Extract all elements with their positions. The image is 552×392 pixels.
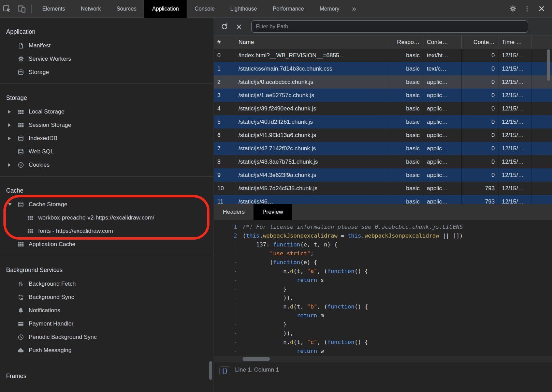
column-header-filler	[532, 36, 552, 49]
tab-application[interactable]: Application	[144, 0, 187, 18]
tab-lighthouse[interactable]: Lighthouse	[222, 0, 265, 18]
table-row[interactable]: 5/static/js/40.fd2ff261.chunk.jsbasicapp…	[214, 115, 552, 129]
cell-content-length: 793	[462, 195, 498, 204]
sidebar-item-manifest[interactable]: Manifest	[0, 39, 214, 52]
sidebar-item-payment-handler[interactable]: Payment Handler	[0, 317, 214, 330]
fetch-icon	[17, 281, 25, 287]
cell-name: /static/js/42.7142f02c.chunk.js	[235, 142, 385, 155]
expander-right-icon[interactable]	[8, 163, 17, 167]
sidebar-item-service-workers[interactable]: Service Workers	[0, 52, 214, 65]
cell-response-type: basic	[385, 129, 423, 142]
table-row[interactable]: 1/static/css/main.7d14b3cc.chunk.cssbasi…	[214, 62, 552, 75]
column-header-respo[interactable]: Respo…	[385, 36, 423, 49]
cell-name: /static/js/40.fd2ff261.chunk.js	[235, 115, 385, 129]
column-header-conte[interactable]: Conte…	[423, 36, 462, 49]
code-text: (function(e) {	[243, 258, 317, 267]
expander-right-icon[interactable]	[8, 123, 17, 127]
table-row[interactable]: 9/static/js/44.3e623f9a.chunk.jsbasicapp…	[214, 168, 552, 182]
device-toolbar-icon[interactable]	[14, 0, 29, 18]
tab-elements[interactable]: Elements	[34, 0, 73, 18]
tab-console[interactable]: Console	[187, 0, 222, 18]
tab-headers[interactable]: Headers	[214, 204, 253, 220]
table-row[interactable]: 10/static/js/45.7d24c535.chunk.jsbasicap…	[214, 182, 552, 195]
sidebar-item-cookies[interactable]: Cookies	[0, 158, 214, 171]
sidebar-item-fonts-https-excalidraw-com[interactable]: fonts - https://excalidraw.com	[0, 224, 214, 238]
cache-resources-panel: #NameRespo…Conte…Conte…Time … 0/index.ht…	[214, 18, 552, 392]
table-row[interactable]: 11/static/js/46…basicapplic…79312/15/…	[214, 195, 552, 204]
settings-gear-icon[interactable]	[506, 0, 520, 18]
cell-response-type: basic	[385, 195, 423, 204]
sidebar-item-background-sync[interactable]: Background Sync	[0, 290, 214, 304]
grid-icon	[17, 122, 25, 129]
cell-name: /static/js/45.7d24c535.chunk.js	[235, 182, 385, 195]
cell-index: 1	[214, 62, 235, 75]
cell-content-type: applic…	[423, 155, 462, 168]
table-row[interactable]: 7/static/js/42.7142f02c.chunk.jsbasicapp…	[214, 142, 552, 155]
sidebar-item-indexeddb[interactable]: IndexedDB	[0, 132, 214, 145]
sidebar-item-label: Storage	[29, 69, 49, 76]
sidebar-item-periodic-background-sync[interactable]: Periodic Background Sync	[0, 330, 214, 344]
expander-right-icon[interactable]	[8, 137, 17, 140]
table-row[interactable]: 4/static/js/39.f2490ee4.chunk.jsbasicapp…	[214, 102, 552, 115]
clock-icon	[17, 334, 25, 341]
sidebar-item-background-fetch[interactable]: Background Fetch	[0, 277, 214, 290]
table-row[interactable]: 0/index.html?__WB_REVISION__=6855…basict…	[214, 49, 552, 62]
cell-content-type: applic…	[423, 168, 462, 182]
more-tabs-button[interactable]: »	[347, 0, 361, 18]
code-text: }	[243, 320, 287, 329]
expander-right-icon[interactable]	[8, 110, 17, 114]
column-header-index[interactable]: #	[214, 36, 235, 49]
table-row[interactable]: 8/static/js/43.3ae7b751.chunk.jsbasicapp…	[214, 155, 552, 168]
sidebar-item-web-sql[interactable]: Web SQL	[0, 145, 214, 158]
clear-icon[interactable]	[232, 18, 246, 35]
column-header-name[interactable]: Name	[235, 36, 385, 49]
sidebar-item-notifications[interactable]: Notifications	[0, 304, 214, 317]
code-line: - return s	[214, 276, 552, 285]
close-icon[interactable]	[534, 0, 549, 18]
cell-content-length: 0	[462, 62, 498, 75]
code-text: return s	[243, 276, 324, 285]
cell-content-length: 0	[462, 142, 498, 155]
menu-kebab-icon[interactable]	[520, 0, 534, 18]
status-bar: {} Line 1, Column 1	[214, 362, 552, 392]
cell-filler	[532, 195, 552, 204]
line-number: -	[214, 311, 243, 320]
cell-content-length: 0	[462, 155, 498, 168]
expander-down-icon[interactable]	[8, 203, 17, 206]
tab-preview[interactable]: Preview	[253, 204, 292, 220]
sidebar-item-workbox-precache-v2-https-excalidraw-com[interactable]: workbox-precache-v2-https://excalidraw.c…	[0, 211, 214, 224]
cell-content-length: 0	[462, 168, 498, 182]
sidebar-item-local-storage[interactable]: Local Storage	[0, 105, 214, 118]
sync-icon	[17, 294, 25, 301]
table-row[interactable]: 2/static/js/0.acabcbcc.chunk.jsbasicappl…	[214, 75, 552, 89]
tab-memory[interactable]: Memory	[312, 0, 347, 18]
cell-filler	[532, 142, 552, 155]
tab-performance[interactable]: Performance	[265, 0, 312, 18]
refresh-icon[interactable]	[217, 18, 232, 35]
sidebar-scrollbar[interactable]	[209, 361, 212, 380]
sidebar-item-session-storage[interactable]: Session Storage	[0, 118, 214, 132]
code-text: return w	[243, 347, 324, 356]
sidebar-item-application-cache[interactable]: Application Cache	[0, 238, 214, 251]
tab-network[interactable]: Network	[73, 0, 109, 18]
table-scrollbar[interactable]	[547, 49, 550, 81]
sidebar-item-cache-storage[interactable]: Cache Storage	[0, 198, 214, 211]
code-line: - )),	[214, 293, 552, 302]
code-horizontal-scrollbar[interactable]	[214, 356, 552, 362]
filter-input[interactable]	[251, 20, 528, 33]
code-text: n.d(t, "a", (function() {	[243, 267, 368, 276]
table-row[interactable]: 6/static/js/41.9f3d13a6.chunk.jsbasicapp…	[214, 129, 552, 142]
tab-sources[interactable]: Sources	[108, 0, 144, 18]
inspect-icon[interactable]	[0, 0, 14, 18]
code-line: - n.d(t, "c", (function() {	[214, 338, 552, 347]
cell-name: /static/js/39.f2490ee4.chunk.js	[235, 102, 385, 115]
card-icon	[17, 320, 25, 327]
column-header-conte[interactable]: Conte…	[462, 36, 498, 49]
column-header-time[interactable]: Time …	[498, 36, 532, 49]
code-preview[interactable]: 1/*! For license information please see …	[214, 220, 552, 356]
sidebar-item-push-messaging[interactable]: Push Messaging	[0, 344, 214, 357]
table-row[interactable]: 3/static/js/1.ae52757c.chunk.jsbasicappl…	[214, 89, 552, 102]
line-number: -	[214, 249, 243, 258]
sidebar-item-storage[interactable]: Storage	[0, 65, 214, 79]
scrollbar-thumb[interactable]	[243, 357, 270, 361]
